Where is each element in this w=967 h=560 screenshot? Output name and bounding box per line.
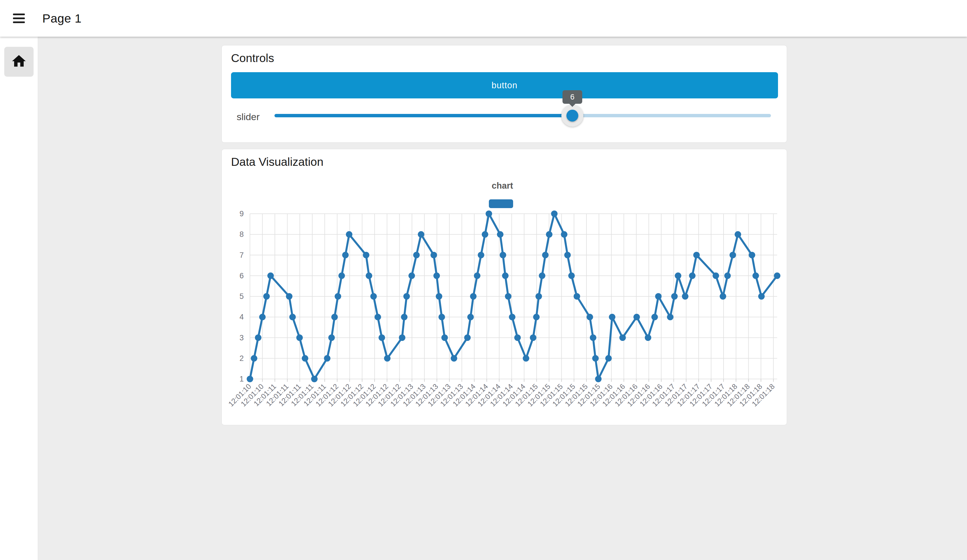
top-navbar: Page 1	[0, 0, 967, 37]
action-button-label: button	[492, 81, 517, 91]
data-visualization-card: Data Visualization chart12345678912:01:1…	[221, 149, 787, 425]
x-axis-labels: 12:01:1012:01:1012:01:1112:01:1112:01:11…	[226, 382, 776, 408]
slider-track[interactable]: 6	[274, 114, 771, 117]
action-button[interactable]: button	[231, 72, 778, 99]
sidebar	[0, 37, 38, 560]
slider-handle[interactable]	[566, 110, 578, 122]
svg-text:2: 2	[239, 354, 244, 362]
chart-canvas[interactable]: chart12345678912:01:1012:01:1012:01:1112…	[222, 149, 787, 425]
svg-text:7: 7	[239, 251, 244, 259]
hamburger-menu-button[interactable]	[13, 10, 25, 27]
x-axis-ticks	[250, 379, 774, 382]
slider-value: 6	[570, 93, 574, 102]
hamburger-icon	[13, 13, 25, 15]
svg-text:3: 3	[239, 334, 244, 342]
chart-title: chart	[492, 181, 513, 191]
slider-label: slider	[237, 111, 259, 122]
sidebar-home-button[interactable]	[4, 47, 33, 77]
y-axis-labels: 123456789	[239, 209, 244, 383]
svg-text:9: 9	[239, 209, 244, 218]
controls-card: Controls button slider 6	[221, 45, 787, 143]
chart-legend-marker[interactable]	[489, 199, 513, 208]
svg-text:4: 4	[239, 313, 244, 321]
svg-text:6: 6	[239, 272, 244, 280]
slider-value-tooltip: 6	[563, 90, 582, 104]
svg-text:1: 1	[239, 375, 244, 383]
svg-text:8: 8	[239, 230, 244, 239]
home-icon	[11, 53, 27, 71]
page-title: Page 1	[42, 0, 81, 37]
controls-card-title: Controls	[231, 52, 274, 65]
slider-row: slider 6	[222, 99, 787, 141]
svg-text:5: 5	[239, 292, 244, 301]
slider-fill	[274, 114, 573, 117]
